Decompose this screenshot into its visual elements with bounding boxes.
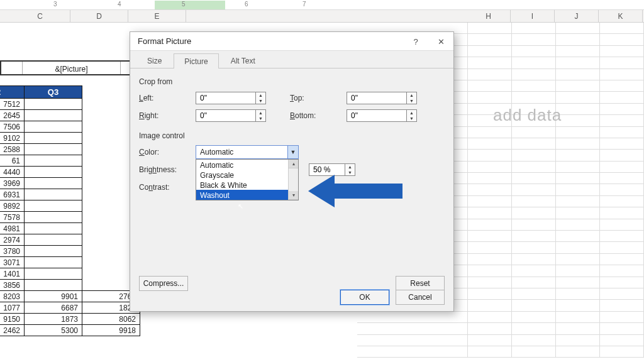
table-cell[interactable] [25, 280, 82, 291]
table-cell[interactable] [25, 189, 82, 200]
table-cell[interactable] [25, 223, 82, 234]
table-cell[interactable] [25, 121, 82, 133]
ruler-highlight [155, 1, 225, 9]
table-cell[interactable] [25, 234, 82, 246]
table-cell[interactable]: 1873 [25, 314, 82, 325]
table-cell[interactable]: 3969 [0, 178, 25, 189]
table-cell[interactable]: 7512 [0, 99, 25, 110]
ok-button[interactable]: OK [340, 290, 389, 305]
table-cell[interactable]: 8203 [0, 291, 25, 302]
table-cell[interactable] [25, 212, 82, 223]
colhdr-c[interactable]: C [10, 10, 70, 23]
dropdown-scrollbar[interactable]: ▴ ▾ [288, 160, 298, 200]
table-cell[interactable]: 9102 [0, 133, 25, 144]
reset-button[interactable]: Reset [396, 276, 445, 291]
table-cell[interactable]: 61 [0, 155, 25, 167]
mouse-cursor-icon: ↖ [238, 202, 243, 211]
cancel-button[interactable]: Cancel [396, 290, 445, 305]
tab-size[interactable]: Size [136, 53, 172, 68]
table-cell[interactable] [25, 110, 82, 121]
table-cell[interactable] [25, 257, 82, 268]
tab-picture[interactable]: Picture [174, 53, 218, 69]
crop-right-spinner[interactable]: ▲▼ [256, 109, 266, 122]
table-cell[interactable]: 7578 [0, 212, 25, 223]
crop-bottom-input[interactable] [347, 109, 407, 122]
table-cell[interactable]: 6931 [0, 189, 25, 200]
table-cell[interactable]: 1401 [0, 268, 25, 280]
th-q3[interactable]: Q3 [25, 86, 82, 99]
table-cell[interactable]: 9892 [0, 200, 25, 212]
format-picture-dialog: Format Picture ? ✕ Size Picture Alt Text… [130, 31, 454, 312]
dialog-close-button[interactable]: ✕ [428, 32, 453, 51]
table-cell[interactable] [25, 167, 82, 178]
crop-top-spinner[interactable]: ▲▼ [407, 92, 417, 104]
svg-marker-0 [308, 175, 402, 207]
colhdr-d[interactable]: D [70, 10, 128, 23]
table-cell[interactable]: 9150 [0, 314, 25, 325]
table-cell[interactable]: 9918 [82, 325, 140, 336]
table-cell[interactable]: 2462 [0, 325, 25, 336]
table-cell[interactable]: 2974 [0, 234, 25, 246]
table-cell[interactable] [25, 99, 82, 110]
table-cell[interactable]: 1077 [0, 302, 25, 314]
crop-from-label: Crop from [139, 77, 445, 86]
dialog-titlebar[interactable]: Format Picture ? ✕ [130, 32, 453, 51]
image-control-label: Image control [139, 131, 445, 140]
table-cell[interactable]: 9901 [25, 291, 82, 302]
table-cell[interactable]: 2645 [0, 110, 25, 121]
table-cell[interactable]: 2588 [0, 144, 25, 155]
table-cell[interactable]: 6687 [25, 302, 82, 314]
color-option-washout[interactable]: Washout [196, 190, 298, 200]
colhdr-e[interactable]: E [128, 10, 186, 23]
crop-left-input[interactable] [196, 92, 256, 104]
crop-left-spinner[interactable]: ▲▼ [256, 92, 266, 104]
dialog-tabs: Size Picture Alt Text [130, 51, 453, 69]
brightness-label: Brightness: [139, 165, 196, 174]
crop-left-label: Left: [139, 94, 196, 102]
compress-button[interactable]: Compress... [139, 276, 188, 291]
color-combo[interactable]: Automatic ▼ Automatic Grayscale Black & … [196, 145, 299, 159]
annotation-arrow-icon [308, 172, 402, 212]
table-cell[interactable] [25, 246, 82, 257]
scroll-up-icon[interactable]: ▴ [289, 160, 298, 168]
color-dropdown: Automatic Grayscale Black & White Washou… [196, 159, 299, 200]
add-data-placeholder: add data [493, 106, 562, 125]
table-cell[interactable]: 3780 [0, 246, 25, 257]
ruler: 3 4 5 6 7 [0, 0, 644, 10]
table-cell[interactable] [25, 144, 82, 155]
table-cell[interactable] [25, 268, 82, 280]
table-cell[interactable] [25, 155, 82, 167]
table-cell[interactable]: 5300 [25, 325, 82, 336]
column-headers: C D E H I J K [0, 10, 644, 23]
table-cell[interactable]: 4440 [0, 167, 25, 178]
crop-bottom-label: Bottom: [290, 111, 347, 120]
color-option-blackwhite[interactable]: Black & White [196, 180, 298, 190]
scroll-down-icon[interactable]: ▾ [289, 191, 298, 200]
table-cell[interactable]: 7506 [0, 121, 25, 133]
color-selected: Automatic [200, 148, 233, 156]
table-cell[interactable]: 4981 [0, 223, 25, 234]
table-cell[interactable] [25, 200, 82, 212]
colhdr-j[interactable]: J [555, 10, 599, 23]
colhdr-i[interactable]: I [511, 10, 555, 23]
color-label: Color: [139, 148, 196, 156]
data-table[interactable]: Q2 Q3 7512264575069102258861444039696931… [0, 85, 140, 336]
table-cell[interactable] [25, 178, 82, 189]
crop-right-input[interactable] [196, 109, 256, 122]
chevron-down-icon[interactable]: ▼ [287, 145, 299, 159]
table-cell[interactable]: 3856 [0, 280, 25, 291]
crop-top-label: Top: [290, 94, 347, 102]
colhdr-h[interactable]: H [467, 10, 511, 23]
dialog-help-button[interactable]: ? [403, 32, 428, 51]
th-q2[interactable]: Q2 [0, 86, 25, 99]
color-option-automatic[interactable]: Automatic [196, 160, 298, 170]
color-option-grayscale[interactable]: Grayscale [196, 170, 298, 180]
crop-bottom-spinner[interactable]: ▲▼ [407, 109, 417, 122]
table-cell[interactable]: 8062 [82, 314, 140, 325]
header-picture-code: &[Picture] [23, 62, 121, 74]
table-cell[interactable] [25, 133, 82, 144]
table-cell[interactable]: 3071 [0, 257, 25, 268]
colhdr-k[interactable]: K [599, 10, 643, 23]
tab-alt-text[interactable]: Alt Text [220, 53, 266, 68]
crop-top-input[interactable] [347, 92, 407, 104]
